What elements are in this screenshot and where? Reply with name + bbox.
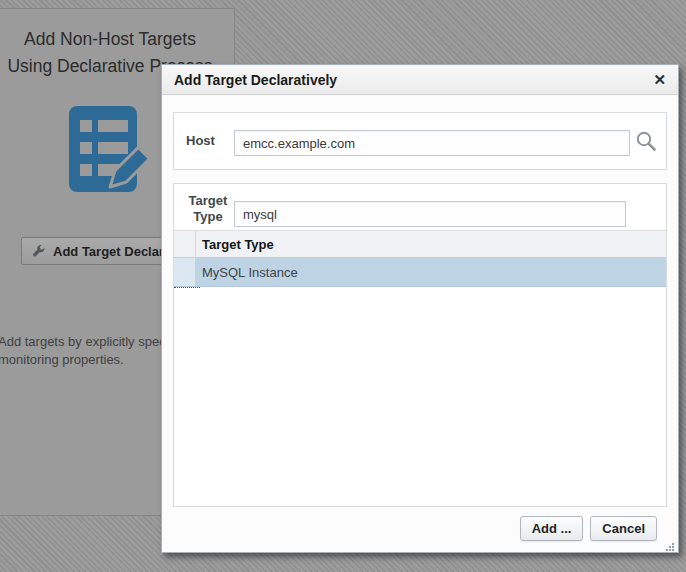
target-type-label-line2: Type [184,209,232,225]
resize-grip-icon[interactable] [664,538,675,549]
dialog-footer: Add ... Cancel [520,516,657,541]
add-button[interactable]: Add ... [520,516,584,541]
host-search-button[interactable] [634,129,658,155]
host-label: Host [186,133,215,148]
row-focus-indicator [174,287,200,288]
host-input[interactable] [234,130,630,156]
target-type-label: Target Type [184,193,232,225]
target-type-label-line1: Target [184,193,232,209]
close-icon[interactable]: ✕ [653,72,666,87]
wrench-icon [32,244,46,258]
column-header-target-type: Target Type [196,231,666,257]
dialog-title: Add Target Declaratively [174,72,653,88]
host-section: Host [173,112,667,170]
dialog-header: Add Target Declaratively ✕ [162,65,678,95]
table-header-row: Target Type [174,230,666,258]
cancel-button[interactable]: Cancel [590,516,657,541]
row-selector-header-cell [174,231,196,257]
row-selector-cell[interactable] [174,258,196,286]
search-icon [634,141,658,156]
target-type-input[interactable] [234,201,626,227]
declarative-list-pencil-icon [66,105,152,209]
card-title-line1: Add Non-Host Targets [0,26,234,53]
target-type-section: Target Type Target Type MySQL Instance [173,183,667,507]
table-row-label: MySQL Instance [196,258,666,286]
add-target-declaratively-dialog: Add Target Declaratively ✕ Host Target T… [161,64,679,553]
table-row-mysql-instance[interactable]: MySQL Instance [174,258,666,287]
